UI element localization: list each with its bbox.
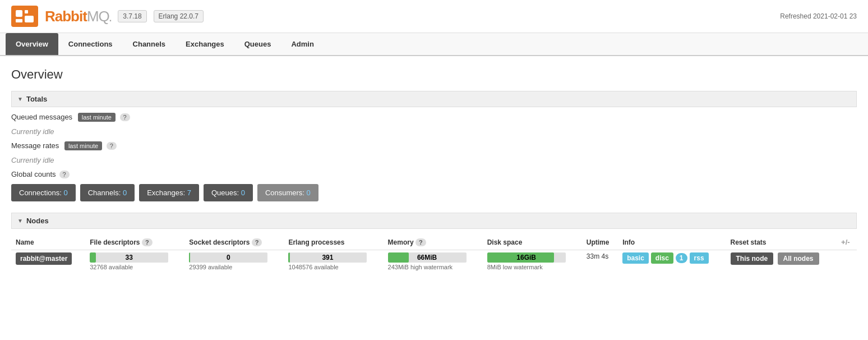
socket-desc-fill xyxy=(189,252,190,263)
message-rates-label: Message rates xyxy=(11,141,59,150)
global-counts-label: Global counts xyxy=(11,170,56,178)
info-badge-disc[interactable]: disc xyxy=(651,252,673,264)
consumers-count-value: 0 xyxy=(307,189,311,197)
currently-idle-2: Currently idle xyxy=(11,156,857,164)
global-counts-row: Global counts ? xyxy=(11,170,857,178)
svg-rect-2 xyxy=(25,10,28,13)
uptime-cell: 33m 4s xyxy=(582,250,618,273)
totals-collapse-icon: ▼ xyxy=(17,96,23,102)
table-row: rabbit@master 33 32768 available 0 xyxy=(11,250,857,273)
queues-count-value: 0 xyxy=(241,189,245,197)
page-title: Overview xyxy=(11,67,857,82)
file-desc-help[interactable]: ? xyxy=(142,238,153,246)
expand-cell xyxy=(837,250,857,273)
global-counts-help[interactable]: ? xyxy=(59,171,70,178)
queues-count-btn[interactable]: Queues: 0 xyxy=(204,184,253,201)
col-name: Name xyxy=(11,235,85,250)
file-desc-bar: 33 xyxy=(90,252,168,263)
file-desc-sub: 32768 available xyxy=(90,264,180,270)
socket-desc-bar: 0 xyxy=(189,252,267,263)
memory-help[interactable]: ? xyxy=(415,238,426,246)
nav-overview[interactable]: Overview xyxy=(6,33,58,55)
nav-admin[interactable]: Admin xyxy=(281,33,324,55)
info-cell: basic disc 1 rss xyxy=(618,250,726,273)
col-info: Info xyxy=(618,235,726,250)
memory-fill xyxy=(388,252,409,263)
queued-messages-label: Queued messages xyxy=(11,113,72,121)
currently-idle-1: Currently idle xyxy=(11,127,857,136)
erlang-proc-cell: 391 1048576 available xyxy=(284,250,383,273)
col-plus-minus[interactable]: +/- xyxy=(837,235,857,250)
nodes-section-title: Nodes xyxy=(26,217,49,225)
file-desc-fill xyxy=(90,252,96,263)
col-uptime: Uptime xyxy=(582,235,618,250)
col-erlang-processes: Erlang processes xyxy=(284,235,383,250)
message-rates-badge[interactable]: last minute xyxy=(64,141,102,150)
nodes-table: Name File descriptors ? Socket descripto… xyxy=(11,235,857,273)
nav-queues[interactable]: Queues xyxy=(234,33,281,55)
nav-connections[interactable]: Connections xyxy=(58,33,123,55)
totals-section-header[interactable]: ▼ Totals xyxy=(11,91,857,107)
svg-rect-3 xyxy=(25,16,34,22)
logo-svg xyxy=(11,6,38,27)
plus-minus-icon[interactable]: +/- xyxy=(841,238,850,246)
refresh-time: Refreshed 2021-02-01 23 xyxy=(780,12,857,20)
version-badge: 3.7.18 xyxy=(118,10,146,22)
reset-stats-cell: This node All nodes xyxy=(726,250,837,273)
count-buttons: Connections: 0 Channels: 0 Exchanges: 7 … xyxy=(11,184,857,201)
socket-desc-help[interactable]: ? xyxy=(252,238,262,246)
main-nav: Overview Connections Channels Exchanges … xyxy=(0,33,868,56)
socket-desc-value: 0 xyxy=(227,254,230,261)
col-reset-stats: Reset stats xyxy=(726,235,837,250)
erlang-proc-bar: 391 xyxy=(288,252,367,263)
info-badge-rss[interactable]: rss xyxy=(690,252,709,264)
rabbitmq-logo-icon xyxy=(11,6,38,27)
col-socket-descriptors: Socket descriptors ? xyxy=(184,235,284,250)
memory-sub: 243MiB high watermark xyxy=(388,264,478,270)
queued-messages-help[interactable]: ? xyxy=(120,113,130,121)
disk-space-cell: 16GiB 8MiB low watermark xyxy=(483,250,582,273)
content: Overview ▼ Totals Queued messages last m… xyxy=(0,56,868,284)
info-badges: basic disc 1 rss xyxy=(622,252,721,264)
col-file-descriptors: File descriptors ? xyxy=(85,235,184,250)
disk-space-bar: 16GiB xyxy=(487,252,566,263)
all-nodes-button[interactable]: All nodes xyxy=(778,252,819,265)
memory-cell: 66MiB 243MiB high watermark xyxy=(384,250,483,273)
connections-count-value: 0 xyxy=(64,189,68,197)
node-name-cell: rabbit@master xyxy=(11,250,85,273)
nodes-section-header[interactable]: ▼ Nodes xyxy=(11,213,857,229)
totals-section-title: Totals xyxy=(26,95,47,103)
disk-space-value: 16GiB xyxy=(516,254,536,261)
svg-rect-0 xyxy=(11,6,38,27)
nodes-collapse-icon: ▼ xyxy=(17,218,23,224)
nav-exchanges[interactable]: Exchanges xyxy=(176,33,234,55)
message-rates-help[interactable]: ? xyxy=(107,142,117,150)
message-rates-row: Message rates last minute ? xyxy=(11,141,857,150)
socket-desc-cell: 0 29399 available xyxy=(184,250,284,273)
uptime-value: 33m 4s xyxy=(587,252,608,260)
exchanges-count-value: 7 xyxy=(187,189,191,197)
svg-rect-4 xyxy=(16,19,22,22)
this-node-button[interactable]: This node xyxy=(731,252,774,265)
exchanges-count-btn[interactable]: Exchanges: 7 xyxy=(139,184,199,201)
info-badge-basic[interactable]: basic xyxy=(622,252,649,264)
col-memory: Memory ? xyxy=(384,235,483,250)
svg-rect-1 xyxy=(16,10,22,17)
channels-count-btn[interactable]: Channels: 0 xyxy=(80,184,135,201)
last-minute-badge[interactable]: last minute xyxy=(78,113,116,122)
queued-messages-row: Queued messages last minute ? xyxy=(11,113,857,122)
logo-area: RabbitMQ. 3.7.18 Erlang 22.0.7 xyxy=(11,6,204,27)
node-name[interactable]: rabbit@master xyxy=(16,252,72,265)
erlang-badge: Erlang 22.0.7 xyxy=(154,10,204,22)
connections-count-btn[interactable]: Connections: 0 xyxy=(11,184,76,201)
disk-space-sub: 8MiB low watermark xyxy=(487,264,578,270)
info-badge-num[interactable]: 1 xyxy=(676,253,687,263)
erlang-proc-sub: 1048576 available xyxy=(288,264,378,270)
erlang-proc-value: 391 xyxy=(322,254,333,261)
nav-channels[interactable]: Channels xyxy=(123,33,176,55)
logo-text: RabbitMQ. xyxy=(45,8,111,25)
consumers-count-btn[interactable]: Consumers: 0 xyxy=(257,184,318,201)
socket-desc-sub: 29399 available xyxy=(189,264,279,270)
nodes-table-header: Name File descriptors ? Socket descripto… xyxy=(11,235,857,250)
col-disk-space: Disk space xyxy=(483,235,582,250)
